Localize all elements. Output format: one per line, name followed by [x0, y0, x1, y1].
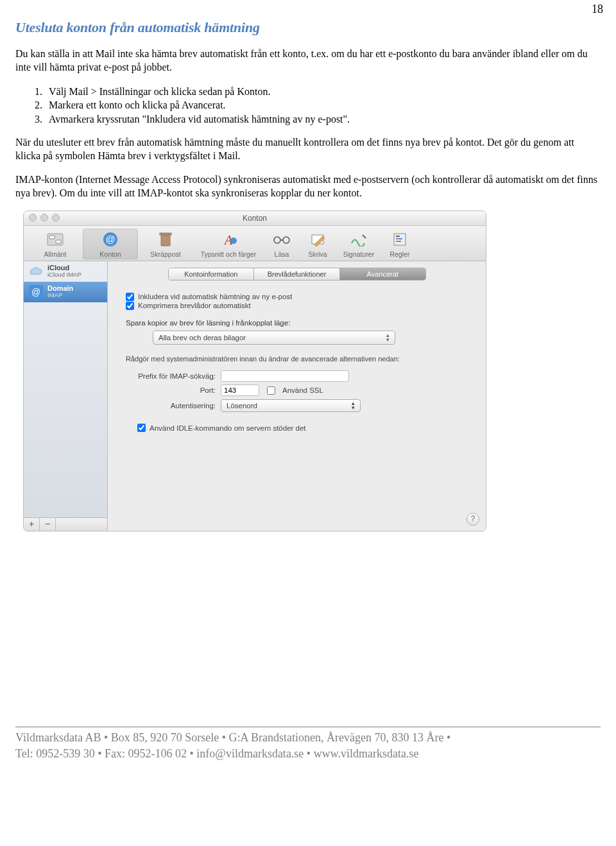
svg-rect-14: [396, 236, 400, 237]
accounts-sidebar: iCloudiCloud IMAP @ DomainIMAP + −: [24, 261, 108, 531]
advanced-hint: Rådgör med systemadministratören innan d…: [126, 355, 474, 364]
add-account-button[interactable]: +: [24, 518, 40, 531]
toolbar-item-signatures[interactable]: Signaturer: [336, 229, 382, 259]
paragraph: IMAP-konton (Internet Message Access Pro…: [15, 173, 601, 200]
step-item: Avmarkera kryssrutan "Inkludera vid auto…: [45, 112, 601, 126]
switch-icon: [46, 230, 65, 249]
svg-rect-5: [161, 235, 170, 246]
port-label: Port:: [126, 386, 216, 394]
step-item: Välj Mail > Inställningar och klicka sed…: [45, 85, 601, 99]
page-footer: Vildmarksdata AB • Box 85, 920 70 Sorsel…: [15, 723, 601, 761]
port-input[interactable]: [221, 384, 259, 396]
include-auto-fetch-checkbox[interactable]: [126, 293, 134, 301]
svg-point-9: [274, 237, 280, 243]
toolbar-item-read[interactable]: Läsa: [264, 229, 300, 259]
auth-label: Autentisering:: [126, 402, 216, 410]
tab-mailbox-behaviors[interactable]: Brevlådefunktioner: [254, 268, 340, 280]
svg-point-8: [230, 237, 237, 244]
preferences-window: Konton Allmänt @ Konton: [23, 211, 486, 531]
zoom-icon[interactable]: [52, 214, 60, 221]
toolbar-item-rules[interactable]: Regler: [382, 229, 418, 259]
cloud-icon: [29, 264, 43, 279]
signature-icon: [349, 230, 368, 249]
account-detail-pane: Kontoinformation Brevlådefunktioner Avan…: [108, 261, 486, 531]
page-number: 18: [592, 3, 603, 16]
checkbox-label: Använd IDLE-kommando om servern stöder d…: [150, 424, 306, 432]
sidebar-account-domain[interactable]: @ DomainIMAP: [24, 282, 107, 302]
steps-list: Välj Mail > Inställningar och klicka sed…: [15, 85, 601, 126]
paragraph: När du utesluter ett brev från automatis…: [15, 136, 601, 163]
imap-prefix-input[interactable]: [221, 370, 349, 382]
use-idle-checkbox[interactable]: [137, 424, 146, 432]
svg-rect-15: [396, 238, 402, 239]
checkbox-label: Använd SSL: [282, 386, 323, 394]
rules-icon: [390, 230, 409, 249]
auth-dropdown[interactable]: Lösenord ▴▾: [221, 399, 361, 412]
svg-rect-6: [160, 233, 171, 235]
checkbox-label: Inkludera vid automatisk hämtning av ny …: [138, 293, 292, 300]
remove-account-button[interactable]: −: [40, 518, 56, 531]
font-icon: A: [219, 230, 238, 249]
window-titlebar: Konton: [24, 211, 486, 226]
use-ssl-checkbox[interactable]: [267, 386, 275, 395]
intro-paragraph: Du kan ställa in att Mail inte ska hämta…: [15, 47, 601, 74]
window-title: Konton: [243, 214, 267, 223]
at-icon: @: [29, 285, 43, 299]
tab-advanced[interactable]: Avancerat: [340, 268, 425, 280]
toolbar-item-write[interactable]: Skriva: [300, 229, 336, 259]
help-button[interactable]: ?: [466, 513, 479, 526]
glasses-icon: [272, 230, 291, 249]
toolbar-item-fonts[interactable]: A Typsnitt och färger: [193, 229, 264, 259]
tab-segmented-control: Kontoinformation Brevlådefunktioner Avan…: [168, 268, 426, 281]
svg-point-10: [283, 237, 289, 243]
toolbar-item-general[interactable]: Allmänt: [28, 229, 83, 259]
compact-mailboxes-checkbox[interactable]: [126, 302, 134, 310]
svg-rect-2: [56, 240, 61, 243]
offline-copies-dropdown[interactable]: Alla brev och deras bilagor ▴▾: [153, 331, 395, 345]
sidebar-account-icloud[interactable]: iCloudiCloud IMAP: [24, 261, 107, 282]
svg-text:@: @: [105, 234, 115, 245]
footer-line: Tel: 0952-539 30 • Fax: 0952-106 02 • in…: [15, 746, 601, 761]
imap-prefix-label: Prefix för IMAP-sökväg:: [126, 372, 216, 380]
chevron-updown-icon: ▴▾: [386, 333, 389, 342]
svg-rect-16: [396, 241, 401, 242]
checkbox-label: Komprimera brevlådor automatiskt: [138, 302, 251, 309]
preferences-toolbar: Allmänt @ Konton Skräppost A: [24, 226, 486, 261]
chevron-updown-icon: ▴▾: [352, 401, 355, 410]
minimize-icon[interactable]: [40, 214, 48, 221]
svg-rect-1: [49, 236, 55, 239]
at-icon: @: [101, 230, 120, 249]
step-item: Markera ett konto och klicka på Avancera…: [45, 98, 601, 112]
toolbar-item-junk[interactable]: Skräppost: [138, 229, 193, 259]
mac-preferences-screenshot: Konton Allmänt @ Konton: [23, 211, 601, 531]
toolbar-item-accounts[interactable]: @ Konton: [83, 229, 138, 259]
close-icon[interactable]: [29, 214, 37, 221]
trash-icon: [156, 230, 175, 249]
heading: Utesluta konton från automatisk hämtning: [15, 19, 601, 36]
compose-icon: [308, 230, 327, 249]
footer-line: Vildmarksdata AB • Box 85, 920 70 Sorsel…: [15, 730, 601, 745]
offline-copies-label: Spara kopior av brev för läsning i frånk…: [126, 319, 474, 327]
tab-account-info[interactable]: Kontoinformation: [169, 268, 255, 280]
